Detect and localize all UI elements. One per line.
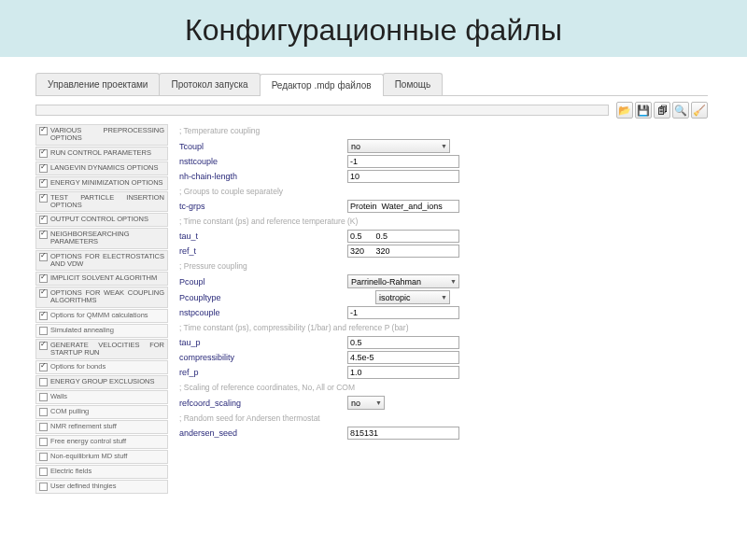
andseed-label: andersen_seed	[179, 428, 347, 438]
checkbox-icon[interactable]	[39, 327, 48, 335]
sidebar-item-19[interactable]: Non-equilibrium MD stuff	[35, 450, 168, 464]
checkbox-icon[interactable]	[39, 149, 48, 158]
sidebar-item-label: Langevin dynamics options	[50, 164, 164, 172]
sidebar-item-8[interactable]: Implicit solvent algorithm	[35, 272, 168, 286]
checkbox-icon[interactable]	[39, 312, 48, 320]
checkbox-icon[interactable]	[39, 453, 48, 461]
pcoupltype-select[interactable]: isotropic	[375, 290, 450, 304]
sidebar-item-label: Run control parameters	[50, 149, 164, 157]
sidebar-item-label: Output control options	[50, 216, 164, 223]
checkbox-icon[interactable]	[39, 468, 48, 476]
comment: ; Scaling of reference coordinates, No, …	[179, 383, 708, 392]
sidebar-item-label: Walls	[50, 393, 164, 400]
nsttcouple-label: nsttcouple	[179, 157, 347, 166]
checkbox-icon[interactable]	[39, 231, 48, 239]
sidebar-item-4[interactable]: Test particle insertion options	[35, 191, 168, 213]
compress-input[interactable]	[347, 351, 459, 364]
tab-projects[interactable]: Управление проектами	[35, 73, 160, 95]
refscale-select[interactable]: no	[347, 396, 385, 410]
sidebar-item-3[interactable]: Energy minimization options	[35, 176, 168, 190]
copy-icon[interactable]: 🗐	[654, 102, 670, 119]
sidebar-item-13[interactable]: Options for bonds	[35, 360, 168, 374]
tab-bar: Управление проектами Протокол запуска Ре…	[35, 73, 708, 96]
checkbox-icon[interactable]	[39, 408, 48, 416]
nsttcouple-input[interactable]	[347, 155, 459, 168]
checkbox-icon[interactable]	[39, 274, 48, 283]
sidebar-item-2[interactable]: Langevin dynamics options	[35, 161, 168, 175]
sidebar-item-5[interactable]: Output control options	[35, 213, 168, 227]
sidebar-item-0[interactable]: Various preprocessing options	[35, 124, 168, 146]
sidebar-item-label: User defined thingies	[50, 483, 164, 490]
form-panel: ; Temperature coupling Tcoupl no nsttcou…	[176, 124, 708, 494]
reft-label: ref_t	[179, 246, 347, 256]
sidebar-item-9[interactable]: Options for weak coupling algorithms	[35, 287, 168, 308]
checkbox-icon[interactable]	[39, 253, 48, 261]
sidebar-item-16[interactable]: COM pulling	[35, 405, 168, 419]
checkbox-icon[interactable]	[39, 342, 48, 350]
sidebar-item-label: Implicit solvent algorithm	[50, 274, 164, 282]
tcgrps-input[interactable]	[347, 200, 459, 213]
sidebar-item-7[interactable]: Options for electrostatics and VDW	[35, 250, 168, 272]
sidebar-item-15[interactable]: Walls	[35, 390, 168, 404]
sidebar-item-label: Energy minimization options	[50, 179, 164, 187]
sidebar-item-17[interactable]: NMR refinement stuff	[35, 420, 168, 434]
sidebar-item-label: Test particle insertion options	[50, 194, 164, 210]
open-icon[interactable]: 📂	[616, 102, 633, 119]
sidebar-item-21[interactable]: User defined thingies	[35, 480, 168, 494]
sidebar-item-1[interactable]: Run control parameters	[35, 147, 168, 161]
refscale-label: refcoord_scaling	[179, 399, 347, 408]
refp-label: ref_p	[179, 368, 347, 377]
checkbox-icon[interactable]	[39, 438, 48, 446]
checkbox-icon[interactable]	[39, 216, 48, 224]
comment: ; Groups to couple separately	[179, 187, 708, 196]
tab-mdp-editor[interactable]: Редактор .mdp файлов	[260, 74, 384, 96]
sidebar-item-label: NMR refinement stuff	[50, 423, 164, 430]
checkbox-icon[interactable]	[39, 179, 48, 188]
sidebar-item-18[interactable]: Free energy control stuff	[35, 435, 168, 449]
app-window: Управление проектами Протокол запуска Ре…	[35, 73, 708, 494]
sidebar-item-6[interactable]: Neighborsearching parameters	[35, 228, 168, 249]
sidebar-item-label: Non-equilibrium MD stuff	[50, 453, 164, 460]
clear-icon[interactable]: 🧹	[691, 102, 708, 119]
sidebar-item-11[interactable]: Simulated annealing	[35, 324, 168, 338]
sidebar-item-20[interactable]: Electric fields	[35, 465, 168, 479]
taup-input[interactable]	[347, 336, 459, 349]
checkbox-icon[interactable]	[39, 393, 48, 401]
sidebar-item-label: Generate velocities for startup run	[50, 342, 164, 357]
sidebar-item-label: Simulated annealing	[50, 327, 164, 334]
sidebar-item-label: COM pulling	[50, 408, 164, 415]
comment: ; Temperature coupling	[179, 126, 708, 135]
nhchain-label: nh-chain-length	[179, 172, 347, 181]
pcoupl-label: Pcoupl	[179, 277, 347, 287]
checkbox-icon[interactable]	[39, 378, 48, 386]
page-title: Конфигурационные файлы	[0, 0, 747, 57]
compress-label: compressibility	[179, 353, 347, 362]
andseed-input[interactable]	[347, 427, 459, 440]
checkbox-icon[interactable]	[39, 423, 48, 431]
sidebar-item-12[interactable]: Generate velocities for startup run	[35, 339, 168, 360]
checkbox-icon[interactable]	[39, 289, 48, 298]
sidebar-item-label: Options for electrostatics and VDW	[50, 253, 164, 269]
nstpcouple-input[interactable]	[347, 306, 459, 319]
tcoupl-select[interactable]: no	[347, 139, 450, 153]
checkbox-icon[interactable]	[39, 363, 48, 371]
tcoupl-label: Tcoupl	[179, 142, 347, 151]
checkbox-icon[interactable]	[39, 194, 48, 203]
tab-help[interactable]: Помощь	[383, 73, 444, 95]
save-icon[interactable]: 💾	[635, 102, 652, 119]
checkbox-icon[interactable]	[39, 483, 48, 491]
checkbox-icon[interactable]	[39, 164, 48, 173]
sidebar-item-10[interactable]: Options for QMMM calculations	[35, 309, 168, 323]
refp-input[interactable]	[347, 366, 459, 379]
comment: ; Time constant (ps) and reference tempe…	[179, 217, 708, 226]
toolbar: 📂 💾 🗐 🔍 🧹	[35, 102, 708, 119]
checkbox-icon[interactable]	[39, 127, 48, 135]
tab-protocol[interactable]: Протокол запуска	[159, 73, 260, 95]
reft-input[interactable]	[347, 245, 459, 258]
nhchain-input[interactable]	[347, 170, 459, 183]
sidebar-item-14[interactable]: Energy group exclusions	[35, 375, 168, 389]
pcoupl-select[interactable]: Parrinello-Rahman	[347, 274, 459, 288]
toolbar-path	[35, 105, 609, 116]
taut-input[interactable]	[347, 230, 459, 243]
search-icon[interactable]: 🔍	[672, 102, 689, 119]
